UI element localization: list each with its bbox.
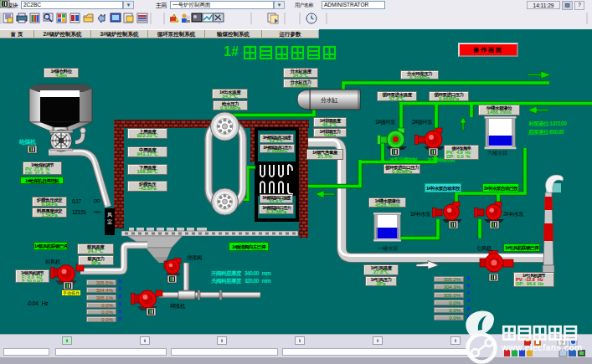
svg-text:www.elecfans.com: www.elecfans.com (501, 343, 583, 352)
